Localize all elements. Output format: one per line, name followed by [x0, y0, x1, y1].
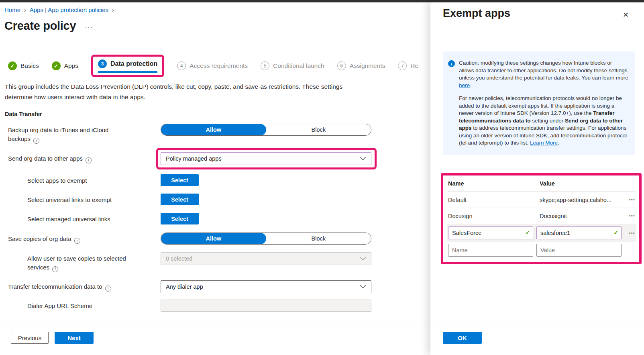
field-label-send-org-data: Send org data to other appsi: [8, 148, 161, 163]
tab-assignments[interactable]: 6 Assignments: [337, 61, 385, 70]
cell-name: Docusign: [448, 213, 540, 219]
learn-more-link[interactable]: Learn More: [530, 140, 558, 146]
breadcrumb: Home › Apps | App protection policies ›: [4, 6, 114, 13]
save-copies-allow-block-toggle[interactable]: Allow Block: [161, 233, 371, 245]
field-label-transfer-telecom: Transfer telecommunication data toi: [8, 280, 161, 292]
tab-label: Basics: [20, 62, 39, 69]
step-number-icon: 6: [337, 61, 346, 70]
table-row: Default skype;app-settings;calsho... •••: [447, 192, 636, 208]
info-text-part: .: [470, 82, 471, 88]
tab-label: Data protection: [110, 60, 157, 67]
ellipsis-menu-icon[interactable]: •••: [623, 214, 635, 218]
label-text: Backup org data to iTunes and iCloud bac…: [8, 126, 108, 142]
infobox-paragraph-1: Caution: modifying these settings change…: [459, 59, 628, 89]
tab-label: Access requirements: [190, 62, 248, 69]
dropdown-value: Policy managed apps: [166, 155, 222, 162]
cell-value: Docusignit: [540, 213, 623, 219]
label-text: Select universal links to exempt: [27, 196, 112, 203]
close-icon[interactable]: ✕: [623, 10, 629, 19]
annotation-box-send-org-dropdown: Policy managed apps: [156, 148, 377, 169]
panel-footer-divider: [430, 322, 644, 322]
page-title: Create policy: [4, 19, 76, 33]
next-button[interactable]: Next: [55, 332, 94, 344]
main-pane: Home › Apps | App protection policies › …: [0, 2, 430, 355]
field-label-dialer-url: Dialer App URL Scheme: [8, 300, 161, 310]
toggle-block-option[interactable]: Block: [266, 124, 371, 135]
ok-button[interactable]: OK: [443, 332, 482, 344]
column-header-name: Name: [448, 180, 540, 187]
toggle-block-option[interactable]: Block: [266, 233, 371, 244]
backup-allow-block-toggle[interactable]: Allow Block: [161, 124, 371, 136]
info-text-part: setting under: [531, 118, 565, 124]
select-managed-links-button[interactable]: Select: [161, 213, 199, 224]
tab-access-requirements[interactable]: 4 Access requirements: [177, 61, 248, 70]
step-number-icon: 3: [98, 59, 107, 68]
breadcrumb-separator-icon: ›: [24, 7, 26, 13]
tab-data-protection[interactable]: 3 Data protection: [98, 59, 157, 68]
table-header-row: Name Value: [447, 175, 636, 192]
footer-divider: [0, 322, 430, 322]
info-text-part: Caution: modifying these settings change…: [459, 60, 628, 81]
label-text: Transfer telecommunication data to: [8, 283, 102, 290]
cell-value: skype;app-settings;calsho...: [540, 197, 623, 203]
field-label-backup: Backup org data to iTunes and iCloud bac…: [8, 124, 161, 144]
label-text: Dialer App URL Scheme: [27, 302, 92, 309]
chevron-down-icon: [360, 285, 366, 289]
field-label-select-managed-links: Select managed universal links: [8, 213, 161, 224]
step-number-icon: 7: [398, 61, 407, 70]
field-label-save-services: Allow user to save copies to selected se…: [8, 252, 161, 272]
transfer-telecom-dropdown[interactable]: Any dialer app: [161, 280, 371, 293]
ellipsis-menu-icon[interactable]: •••: [625, 231, 635, 235]
panel-title: Exempt apps: [443, 7, 510, 20]
tab-conditional-launch[interactable]: 5 Conditional launch: [261, 61, 324, 70]
exempt-name-input[interactable]: [448, 226, 533, 239]
step-number-icon: 5: [261, 61, 269, 70]
step-number-icon: 4: [177, 61, 186, 70]
tab-review-create[interactable]: 7 Re: [398, 61, 418, 70]
section-title-data-transfer: Data Transfer: [5, 111, 42, 117]
here-link[interactable]: here: [459, 82, 470, 88]
new-name-input[interactable]: [448, 244, 533, 257]
label-text: Send org data to other apps: [8, 155, 83, 162]
select-universal-links-button[interactable]: Select: [161, 194, 199, 205]
label-text: Allow user to save copies to selected se…: [27, 255, 126, 271]
info-icon[interactable]: i: [74, 238, 80, 244]
table-row-new: [447, 242, 636, 259]
wizard-tabs: ✓ Basics ✓ Apps 3 Data protection 4 Acce…: [8, 55, 418, 77]
info-icon[interactable]: i: [52, 266, 58, 272]
tab-label: Conditional launch: [273, 62, 324, 69]
ellipsis-menu-icon[interactable]: •••: [623, 198, 635, 202]
info-icon: i: [448, 60, 455, 67]
info-icon[interactable]: i: [33, 138, 39, 144]
send-org-data-dropdown[interactable]: Policy managed apps: [161, 152, 371, 165]
chevron-down-icon: [360, 157, 366, 161]
breadcrumb-app-protection-link[interactable]: Apps | App protection policies: [30, 6, 109, 13]
info-icon[interactable]: i: [105, 286, 111, 292]
field-label-select-apps: Select apps to exempt: [8, 174, 161, 185]
toggle-allow-option[interactable]: Allow: [161, 233, 266, 244]
save-services-dropdown-disabled: 0 selected: [161, 252, 371, 265]
dialer-url-input-disabled: [161, 300, 371, 312]
table-row-editing: ✓ ✓ •••: [447, 224, 636, 242]
step-description: This group includes the Data Loss Preven…: [5, 82, 345, 102]
select-apps-button[interactable]: Select: [161, 174, 199, 186]
label-text: Select apps to exempt: [27, 177, 87, 184]
field-label-save-copies: Save copies of org datai: [8, 233, 161, 244]
tab-basics[interactable]: ✓ Basics: [8, 61, 39, 70]
new-value-input[interactable]: [536, 244, 622, 257]
more-menu-icon[interactable]: ···: [85, 20, 93, 32]
info-text-part: .: [558, 140, 559, 146]
exempt-value-input[interactable]: [536, 226, 622, 239]
tab-label: Apps: [64, 62, 78, 69]
previous-button[interactable]: Previous: [11, 332, 49, 344]
cell-name: Default: [448, 197, 540, 203]
breadcrumb-home-link[interactable]: Home: [4, 6, 20, 13]
valid-check-icon: ✓: [525, 229, 530, 236]
annotation-box-active-tab: 3 Data protection: [91, 55, 164, 77]
caution-infobox: i Caution: modifying these settings chan…: [443, 51, 635, 155]
tab-apps[interactable]: ✓ Apps: [52, 61, 78, 70]
toggle-allow-option[interactable]: Allow: [161, 124, 266, 135]
field-label-select-universal-links: Select universal links to exempt: [8, 194, 161, 204]
info-icon[interactable]: i: [86, 157, 92, 163]
dropdown-value: Any dialer app: [166, 284, 203, 290]
